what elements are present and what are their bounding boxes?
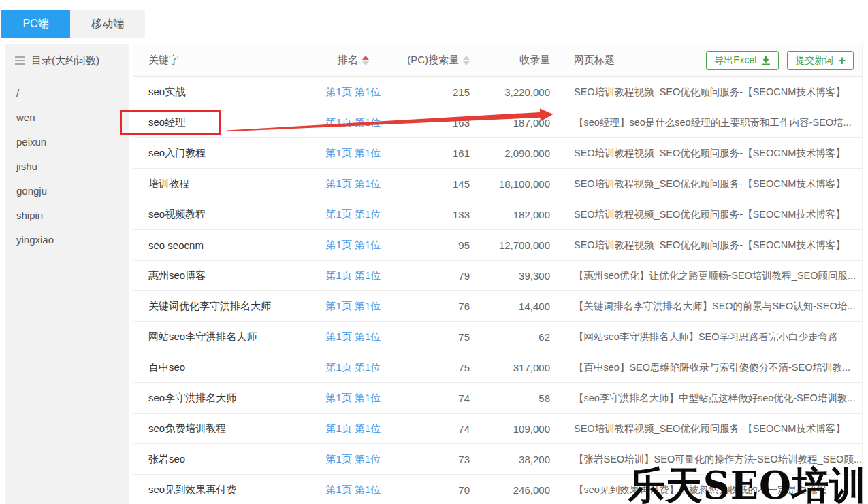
index-count-cell: 246,000: [479, 484, 561, 496]
keyword-cell: 惠州seo博客: [133, 269, 309, 282]
rank-link[interactable]: 第1页 第1位: [326, 422, 381, 434]
index-count-cell: 14,400: [479, 301, 561, 312]
rank-cell: 第1页 第1位: [309, 361, 398, 374]
page-title-cell: 【seo李守洪排名大师】中型站点这样做好seo优化-SEO培训教...: [561, 392, 862, 405]
rank-link[interactable]: 第1页 第1位: [326, 269, 381, 281]
tab-mobile[interactable]: 移动端: [70, 10, 145, 38]
sidebar-item[interactable]: gongju: [5, 179, 129, 203]
index-count-cell: 182,000: [479, 209, 561, 220]
index-count-cell: 18,100,000: [479, 178, 561, 190]
rank-cell: 第1页 第1位: [309, 484, 398, 497]
keyword-cell: 网站seo李守洪排名大师: [133, 331, 309, 343]
sidebar-items: / wen peixun jishu gongju shipin yingxia…: [5, 77, 129, 252]
keyword-cell: seo seocnm: [133, 239, 309, 251]
index-count-cell: 38,200: [479, 454, 561, 465]
search-volume-cell: 215: [398, 86, 479, 98]
table-header: 关键字 排名 (PC)搜索量 收录量 网页标题 导出Excel 提交新词: [133, 44, 862, 77]
rank-cell: 第1页 第1位: [309, 453, 398, 466]
page-title-cell: 【关键词排名李守洪排名大师】SEO的前景与SEO认知-SEO培...: [561, 300, 862, 313]
search-volume-cell: 76: [398, 301, 479, 312]
column-rank: 排名: [309, 54, 398, 67]
page-title-cell: 【网站seo李守洪排名大师】SEO学习思路看完小白少走弯路: [561, 331, 862, 343]
tab-pc[interactable]: PC端: [1, 10, 70, 38]
index-count-cell: 39,300: [479, 270, 561, 282]
rank-cell: 第1页 第1位: [309, 300, 398, 313]
page-title-cell: 【seo经理】seo是什么seo经理的主要职责和工作内容-SEO培...: [561, 116, 862, 129]
search-volume-cell: 75: [398, 331, 479, 343]
column-index-count: 收录量: [479, 54, 561, 67]
index-count-cell: 317,000: [479, 362, 561, 373]
table-row: seo李守洪排名大师 第1页 第1位 74 58 【seo李守洪排名大师】中型站…: [133, 383, 862, 414]
rank-link[interactable]: 第1页 第1位: [326, 484, 381, 495]
search-volume-cell: 133: [398, 209, 479, 220]
search-volume-cell: 70: [398, 484, 479, 496]
rank-link[interactable]: 第1页 第1位: [326, 331, 381, 342]
keyword-cell: 培训教程: [133, 178, 309, 190]
sidebar-item[interactable]: shipin: [5, 203, 129, 227]
rank-link[interactable]: 第1页 第1位: [326, 147, 381, 158]
rank-cell: 第1页 第1位: [309, 178, 398, 190]
header-buttons: 导出Excel 提交新词 +: [706, 51, 854, 70]
search-volume-cell: 95: [398, 239, 479, 251]
column-search-volume: (PC)搜索量: [398, 54, 479, 67]
index-count-cell: 109,000: [479, 423, 561, 435]
search-volume-cell: 145: [398, 178, 479, 190]
page-title-cell: SEO培训教程视频_SEO优化顾问服务-【SEOCNM技术博客】: [561, 422, 862, 435]
search-volume-cell: 163: [398, 117, 479, 129]
list-icon: [15, 54, 25, 67]
sidebar-item[interactable]: yingxiao: [5, 228, 129, 252]
sidebar-title: 目录(大约词数): [31, 54, 99, 67]
rank-cell: 第1页 第1位: [309, 422, 398, 435]
keyword-cell: 百中seo: [133, 361, 309, 374]
table-row: seo经理 第1页 第1位 163 187,000 【seo经理】seo是什么s…: [133, 107, 862, 138]
index-count-cell: 58: [479, 392, 561, 404]
rank-link[interactable]: 第1页 第1位: [326, 86, 381, 97]
table-row: seo实战 第1页 第1位 215 3,220,000 SEO培训教程视频_SE…: [133, 77, 862, 107]
rank-link[interactable]: 第1页 第1位: [326, 239, 381, 250]
sidebar-item[interactable]: /: [5, 81, 129, 105]
submit-new-word-button[interactable]: 提交新词 +: [787, 51, 854, 70]
index-count-cell: 62: [479, 331, 561, 343]
page-title-cell: SEO培训教程视频_SEO优化顾问服务-【SEOCNM技术博客】: [561, 178, 862, 190]
rank-cell: 第1页 第1位: [309, 392, 398, 405]
table-row: seo视频教程 第1页 第1位 133 182,000 SEO培训教程视频_SE…: [133, 199, 862, 230]
table-row: 网站seo李守洪排名大师 第1页 第1位 75 62 【网站seo李守洪排名大师…: [133, 322, 862, 352]
rank-cell: 第1页 第1位: [309, 331, 398, 343]
rank-link[interactable]: 第1页 第1位: [326, 116, 381, 128]
keyword-cell: 关键词优化李守洪排名大师: [133, 300, 309, 313]
table-row: seo入门教程 第1页 第1位 161 2,090,000 SEO培训教程视频_…: [133, 138, 862, 169]
search-volume-cell: 161: [398, 148, 479, 159]
device-tabs: PC端 移动端: [1, 10, 145, 38]
keyword-cell: seo见到效果再付费: [133, 484, 309, 497]
sidebar-item[interactable]: peixun: [5, 130, 129, 154]
page-title-cell: 【seo见到效果再付费】别被忽悠先收钱的不一定是耍流氓: [561, 484, 862, 497]
rank-link[interactable]: 第1页 第1位: [326, 361, 381, 373]
table-row: seo免费培训教程 第1页 第1位 74 109,000 SEO培训教程视频_S…: [133, 414, 862, 444]
export-excel-button[interactable]: 导出Excel: [706, 51, 779, 70]
keyword-cell: seo入门教程: [133, 147, 309, 160]
search-volume-cell: 73: [398, 454, 479, 465]
plus-icon: +: [838, 54, 846, 67]
table-row: 张岩seo 第1页 第1位 73 38,200 【张岩SEO培训】SEO可量化的…: [133, 444, 862, 475]
download-icon: [761, 56, 771, 65]
index-count-cell: 187,000: [479, 117, 561, 129]
sort-rank-icon[interactable]: [362, 56, 369, 65]
content-panel: 目录(大约词数) / wen peixun jishu gongju shipi…: [5, 44, 858, 504]
table-row: 百中seo 第1页 第1位 75 317,000 【百中seo】SEO思维陷阱收…: [133, 352, 862, 383]
index-count-cell: 3,220,000: [479, 86, 561, 98]
rank-link[interactable]: 第1页 第1位: [326, 392, 381, 403]
rank-link[interactable]: 第1页 第1位: [326, 300, 381, 312]
table-row: 惠州seo博客 第1页 第1位 79 39,300 【惠州seo优化】让优化之路…: [133, 261, 862, 291]
rank-link[interactable]: 第1页 第1位: [326, 178, 381, 189]
keyword-cell: seo经理: [133, 116, 309, 129]
page-title-cell: SEO培训教程视频_SEO优化顾问服务-【SEOCNM技术博客】: [561, 239, 862, 252]
sort-search-icon[interactable]: [463, 56, 470, 65]
keyword-table: 关键字 排名 (PC)搜索量 收录量 网页标题 导出Excel 提交新词: [133, 44, 863, 504]
table-row: seo seocnm 第1页 第1位 95 12,700,000 SEO培训教程…: [133, 230, 862, 261]
rank-link[interactable]: 第1页 第1位: [326, 453, 381, 465]
sidebar-item[interactable]: jishu: [5, 154, 129, 178]
keyword-cell: seo免费培训教程: [133, 422, 309, 435]
sidebar-item[interactable]: wen: [5, 105, 129, 129]
rank-link[interactable]: 第1页 第1位: [326, 208, 381, 220]
page-title-cell: 【惠州seo优化】让优化之路更顺畅-SEO培训教程_SEO顾问服...: [561, 269, 862, 282]
